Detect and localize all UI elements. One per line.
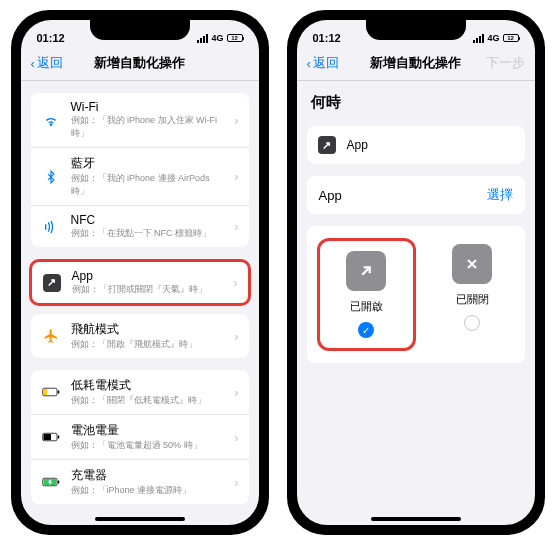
chevron-right-icon: › [234,475,238,490]
chevron-right-icon: › [234,385,238,400]
back-button[interactable]: ‹ 返回 [31,54,81,72]
option-opened[interactable]: 已開啟 ✓ [324,245,409,344]
lowpower-icon [41,382,61,402]
row-text: Wi-Fi 例如：「我的 iPhone 加入住家 Wi-Fi 時」 [71,100,225,140]
row-sub: 例如：「我的 iPhone 加入住家 Wi-Fi 時」 [71,114,225,140]
wifi-icon [41,110,61,130]
row-text: App 例如：「打開或關閉『天氣』時」 [72,269,224,296]
content-left[interactable]: Wi-Fi 例如：「我的 iPhone 加入住家 Wi-Fi 時」 › 藍牙 例… [21,81,259,514]
phone-left: 01:12 4G 12 ‹ 返回 新增自動化操作 [11,10,269,535]
row-lowpower[interactable]: 低耗電模式 例如：「關閉『低耗電模式』時」 › [31,370,249,415]
charger-icon [41,472,61,492]
row-text: 低耗電模式 例如：「關閉『低耗電模式』時」 [71,377,225,407]
status-time: 01:12 [37,32,65,44]
content-right[interactable]: 何時 ↗ App App 選擇 [297,81,535,514]
group-options: 已開啟 ✓ 已關閉 [307,226,525,363]
bluetooth-icon [41,167,61,187]
row-sub: 例如：「打開或關閉『天氣』時」 [72,283,224,296]
row-battery[interactable]: 電池電量 例如：「電池電量超過 50% 時」 › [31,415,249,460]
row-title: App [347,138,368,152]
back-label: 返回 [313,54,339,72]
chevron-right-icon: › [234,169,238,184]
open-arrow-icon [346,251,386,291]
option-closed[interactable]: 已關閉 [430,238,515,351]
row-title: Wi-Fi [71,100,225,114]
option-grid: 已開啟 ✓ 已關閉 [307,226,525,363]
row-sub: 例如：「電池電量超過 50% 時」 [71,439,225,452]
status-right: 4G 12 [473,33,518,43]
row-title: 低耗電模式 [71,377,225,394]
page-title: 新增自動化操作 [357,54,475,72]
option-label: 已關閉 [456,292,489,307]
select-link[interactable]: 選擇 [487,186,513,204]
highlight-app: ↗ App 例如：「打開或關閉『天氣』時」 › [29,259,251,306]
row-wifi[interactable]: Wi-Fi 例如：「我的 iPhone 加入住家 Wi-Fi 時」 › [31,93,249,148]
row-charger[interactable]: 充電器 例如：「iPhone 連接電源時」 › [31,460,249,504]
row-sub: 例如：「iPhone 連接電源時」 [71,484,225,497]
chevron-right-icon: › [233,275,237,290]
next-button[interactable]: 下一步 [475,54,525,72]
page-title: 新增自動化操作 [81,54,199,72]
row-text: NFC 例如：「在我點一下 NFC 標籤時」 [71,213,225,240]
back-label: 返回 [37,54,63,72]
svg-rect-6 [57,436,59,439]
when-title: 何時 [297,81,535,114]
phone-right: 01:12 4G 12 ‹ 返回 新增自動化操作 下一步 何時 ↗ [287,10,545,535]
row-bluetooth[interactable]: 藍牙 例如：「我的 iPhone 連接 AirPods 時」 › [31,148,249,206]
row-text: 藍牙 例如：「我的 iPhone 連接 AirPods 時」 [71,155,225,198]
chevron-left-icon: ‹ [31,56,35,71]
screen-right: 01:12 4G 12 ‹ 返回 新增自動化操作 下一步 何時 ↗ [297,20,535,525]
chevron-right-icon: › [234,430,238,445]
nav-bar: ‹ 返回 新增自動化操作 [21,50,259,81]
chevron-right-icon: › [234,329,238,344]
row-sub: 例如：「在我點一下 NFC 標籤時」 [71,227,225,240]
group-when: ↗ App [307,126,525,164]
app-icon: ↗ [42,273,62,293]
close-x-icon [452,244,492,284]
home-indicator[interactable] [371,517,461,521]
row-title: App [72,269,224,283]
row-app-picker[interactable]: App 選擇 [307,176,525,214]
signal-icon [473,34,484,43]
row-app-selected[interactable]: ↗ App [307,126,525,164]
row-app[interactable]: ↗ App 例如：「打開或關閉『天氣』時」 › [32,262,248,303]
row-sub: 例如：「我的 iPhone 連接 AirPods 時」 [71,172,225,198]
highlight-opened: 已開啟 ✓ [317,238,416,351]
notch [90,20,190,40]
row-title: NFC [71,213,225,227]
network-label: 4G [487,33,499,43]
app-picker-label: App [319,188,342,203]
radio-checked-icon[interactable]: ✓ [358,322,374,338]
svg-rect-9 [57,481,59,484]
group-airplane: 飛航模式 例如：「開啟『飛航模式』時」 › [31,314,249,358]
chevron-right-icon: › [234,219,238,234]
home-indicator[interactable] [95,517,185,521]
row-text: 充電器 例如：「iPhone 連接電源時」 [71,467,225,497]
group-power: 低耗電模式 例如：「關閉『低耗電模式』時」 › 電池電量 例如：「電池電量超過 … [31,370,249,504]
svg-rect-2 [43,389,47,395]
row-text: 電池電量 例如：「電池電量超過 50% 時」 [71,422,225,452]
row-nfc[interactable]: NFC 例如：「在我點一下 NFC 標籤時」 › [31,206,249,247]
battery-level-icon [41,427,61,447]
battery-icon: 12 [503,34,519,42]
screen-left: 01:12 4G 12 ‹ 返回 新增自動化操作 [21,20,259,525]
battery-icon: 12 [227,34,243,42]
nfc-icon [41,217,61,237]
back-button[interactable]: ‹ 返回 [307,54,357,72]
notch [366,20,466,40]
row-title: 電池電量 [71,422,225,439]
group-app-select: App 選擇 [307,176,525,214]
status-time: 01:12 [313,32,341,44]
airplane-icon [41,326,61,346]
svg-point-0 [50,124,51,125]
group-connectivity: Wi-Fi 例如：「我的 iPhone 加入住家 Wi-Fi 時」 › 藍牙 例… [31,93,249,247]
svg-rect-5 [43,434,51,440]
row-sub: 例如：「開啟『飛航模式』時」 [71,338,225,351]
chevron-right-icon: › [234,113,238,128]
row-airplane[interactable]: 飛航模式 例如：「開啟『飛航模式』時」 › [31,314,249,358]
chevron-left-icon: ‹ [307,56,311,71]
radio-unchecked-icon[interactable] [464,315,480,331]
app-icon: ↗ [317,135,337,155]
network-label: 4G [211,33,223,43]
row-title: 充電器 [71,467,225,484]
